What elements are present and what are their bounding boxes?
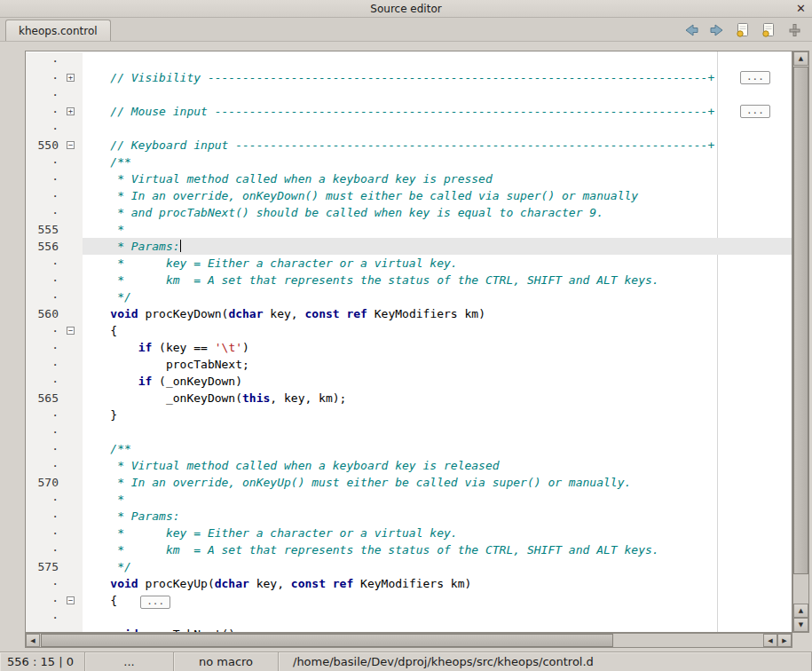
fold-margin [61,339,83,356]
code-area[interactable]: ··+ // Visibility ----------------------… [26,51,792,632]
code-line[interactable]: · void procTabNext() [26,626,792,633]
line-number: 560 [26,305,61,322]
line-number: · [26,103,61,120]
code-text: if (key == '\t') [83,339,792,356]
code-line[interactable]: · if (_onKeyDown) [26,373,792,390]
horizontal-scroll-thumb[interactable] [41,634,613,647]
folded-region-ellipsis[interactable]: ... [740,105,770,118]
code-line[interactable]: 575 */ [26,558,792,575]
caret-position: 556 : 15 | 0 [0,652,85,671]
line-number: 555 [26,221,61,238]
code-line[interactable]: ·− {... [26,592,792,609]
save-icon[interactable] [734,22,752,38]
code-text: * Virtual method called when a keyboard … [83,457,792,474]
fold-margin [61,626,83,633]
fold-margin [61,52,83,69]
code-line[interactable]: 570 * In an override, onKeyUp() must eit… [26,474,792,491]
line-number: 556 [26,238,61,255]
code-line[interactable]: ·+ // Mouse input ----------------------… [26,103,792,120]
vertical-scroll-thumb[interactable] [793,67,808,574]
code-line[interactable]: ·+ // Visibility -----------------------… [26,69,792,86]
code-line[interactable]: · procTabNext; [26,356,792,373]
code-line[interactable]: · if (key == '\t') [26,339,792,356]
line-number: · [26,541,61,558]
editor-toolbar [682,21,803,39]
code-line[interactable]: · * km = A set that represents the statu… [26,541,792,558]
code-line[interactable]: · */ [26,288,792,305]
code-line[interactable]: · [26,86,792,103]
modified-indicator: ... [85,652,174,671]
code-editor[interactable]: ··+ // Visibility ----------------------… [25,51,792,633]
code-line[interactable]: · * key = Either a character or a virtua… [26,255,792,272]
tab-kheops-control[interactable]: kheops.control [5,20,111,41]
code-text [83,609,792,626]
fold-margin [61,305,83,322]
code-line[interactable]: · /** [26,440,792,457]
code-line[interactable]: · void procKeyUp(dchar key, const ref Ke… [26,575,792,592]
save-as-icon[interactable] [760,22,777,38]
horizontal-scrollbar[interactable]: ◀ ◀ ▶ [25,633,792,648]
folded-code-ellipsis[interactable]: ... [140,596,170,609]
scroll-down-icon[interactable]: ▼ [793,618,808,632]
code-line[interactable]: · * Params: [26,508,792,525]
editor-main: ··+ // Visibility ----------------------… [0,42,812,651]
scroll-up2-icon[interactable]: ▲ [793,604,808,618]
fold-collapse-icon[interactable]: − [67,596,75,604]
scroll-right-icon[interactable]: ▶ [777,634,792,647]
code-line[interactable]: · [26,52,792,69]
code-line[interactable]: 565 _onKeyDown(this, key, km); [26,390,792,407]
code-line[interactable]: · [26,423,792,440]
fold-collapse-icon[interactable]: − [67,327,75,335]
code-text: } [83,407,792,423]
code-line[interactable]: 556 * Params: [26,238,792,255]
fold-expand-icon[interactable]: + [67,74,75,82]
code-line[interactable]: · * km = A set that represents the statu… [26,272,792,288]
code-line[interactable]: 560 void procKeyDown(dchar key, const re… [26,305,792,322]
code-line[interactable]: · * Virtual method called when a keyboar… [26,457,792,474]
dock-icon[interactable] [785,22,803,38]
code-line[interactable]: · * [26,491,792,508]
line-number: · [26,440,61,457]
code-text: * km = A set that represents the status … [83,272,792,288]
line-number: · [26,288,61,305]
code-line[interactable]: · * and procTabNext() should be called w… [26,204,792,221]
vertical-scrollbar[interactable]: ▲ ▲ ▼ [792,51,809,633]
code-text [83,52,792,69]
fold-margin [61,491,83,508]
folded-region-ellipsis[interactable]: ... [740,71,770,84]
line-number: · [26,170,61,187]
code-line[interactable]: · [26,609,792,626]
code-text: * key = Either a character or a virtual … [83,525,792,541]
nav-back-icon[interactable] [682,22,700,38]
fold-margin [61,558,83,575]
fold-margin [61,154,83,170]
code-line[interactable]: · * In an override, onKeyDown() must eit… [26,187,792,204]
fold-collapse-icon[interactable]: − [67,141,75,149]
tab-label: kheops.control [19,25,98,37]
fold-expand-icon[interactable]: + [67,107,75,115]
code-line[interactable]: 555 * [26,221,792,238]
code-line[interactable]: · /** [26,154,792,170]
code-line[interactable]: ·− { [26,322,792,339]
fold-margin [61,575,83,592]
code-text: * [83,491,792,508]
scroll-left2-icon[interactable]: ◀ [763,634,777,647]
scroll-left-icon[interactable]: ◀ [26,634,40,647]
fold-margin [61,440,83,457]
nav-forward-icon[interactable] [708,22,726,38]
fold-margin [61,390,83,407]
code-text: void procTabNext() [83,626,792,633]
text-caret [180,240,181,252]
code-line[interactable]: · } [26,407,792,423]
line-number: 575 [26,558,61,575]
line-number: · [26,457,61,474]
line-number: · [26,356,61,373]
code-line[interactable]: · * Virtual method called when a keyboar… [26,170,792,187]
code-line[interactable]: 550− // Keyboard input -----------------… [26,137,792,154]
scroll-up-icon[interactable]: ▲ [793,51,808,66]
code-line[interactable]: · * key = Either a character or a virtua… [26,525,792,541]
fold-margin: − [61,322,83,339]
close-icon[interactable]: ✕ [796,2,806,15]
code-line[interactable]: · [26,120,792,137]
code-text: * In an override, onKeyUp() must either … [83,474,792,491]
